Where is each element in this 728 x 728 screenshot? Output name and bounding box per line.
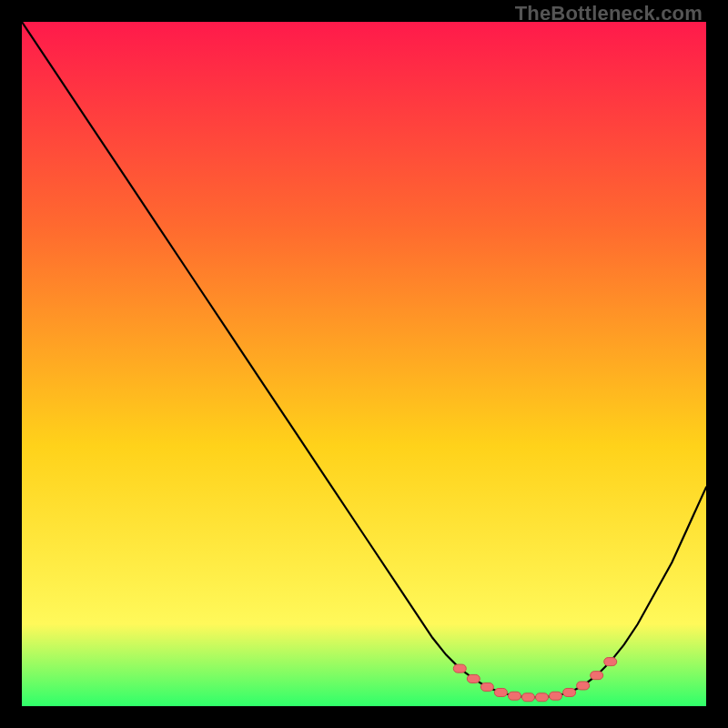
marker-point (604, 658, 617, 666)
marker-point (467, 674, 480, 682)
marker-point (563, 688, 576, 696)
bottleneck-chart (22, 22, 706, 706)
marker-point (521, 693, 534, 702)
marker-point (550, 692, 562, 700)
marker-point (480, 682, 493, 691)
marker-point (577, 682, 590, 690)
marker-point (508, 692, 521, 700)
gradient-background (22, 22, 706, 706)
marker-point (453, 664, 466, 672)
chart-frame (22, 22, 706, 706)
marker-point (591, 672, 603, 680)
marker-point (536, 693, 549, 702)
marker-point (494, 688, 507, 696)
